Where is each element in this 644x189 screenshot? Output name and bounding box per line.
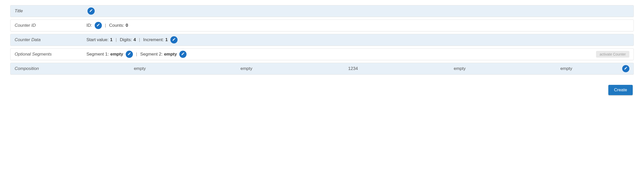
footer: Create [10, 77, 634, 95]
segment1-label: Segment 1: [86, 52, 109, 57]
counter-id-label: Counter ID [15, 23, 86, 28]
pencil-icon [172, 37, 176, 42]
edit-counter-id-button[interactable] [95, 22, 102, 29]
optional-segments-label: Optional Segments [15, 52, 86, 57]
edit-title-button[interactable] [87, 7, 95, 15]
digits-value: 4 [133, 37, 136, 42]
counter-data-label: Counter Data [15, 37, 86, 42]
separator: | [139, 37, 140, 42]
separator: | [105, 23, 106, 28]
title-label: Title [15, 8, 86, 14]
edit-segment1-button[interactable] [126, 51, 133, 58]
increment-value: 1 [165, 37, 168, 42]
title-row: Title [10, 5, 634, 17]
increment-label: Increment: [143, 37, 164, 42]
pencil-icon [89, 8, 93, 14]
composition-cell: empty [193, 66, 300, 71]
composition-cell: empty [406, 66, 513, 71]
segment2-value: empty [164, 52, 177, 57]
composition-cell: 1234 [300, 66, 406, 71]
counts-label: Counts: [109, 23, 124, 28]
edit-segment2-button[interactable] [179, 51, 187, 58]
edit-composition-button[interactable] [622, 65, 629, 72]
start-value-label: Start value: [86, 37, 109, 42]
counter-id-row: Counter ID ID: | Counts: 0 [10, 20, 634, 31]
counter-data-row: Counter Data Start value: 1 | Digits: 4 … [10, 34, 634, 46]
pencil-icon [624, 66, 628, 71]
pencil-icon [128, 52, 131, 57]
start-value: 1 [110, 37, 112, 42]
composition-cell: empty [513, 66, 620, 71]
separator: | [136, 52, 137, 57]
composition-label: Composition [15, 66, 86, 71]
composition-row: Composition empty empty 1234 empty empty [10, 63, 634, 75]
pencil-icon [181, 52, 185, 57]
activate-counter-button[interactable]: activate Counter [596, 51, 629, 58]
segment1-value: empty [110, 52, 123, 57]
composition-cell: empty [86, 66, 193, 71]
create-button[interactable]: Create [608, 85, 633, 95]
optional-segments-row: Optional Segments Segment 1: empty | Seg… [10, 48, 634, 60]
separator: | [115, 37, 116, 42]
counts-value: 0 [126, 23, 128, 28]
digits-label: Digits: [120, 37, 132, 42]
id-label: ID: [86, 23, 92, 28]
pencil-icon [96, 23, 100, 28]
segment2-label: Segment 2: [140, 52, 162, 57]
edit-counter-data-button[interactable] [170, 36, 178, 43]
